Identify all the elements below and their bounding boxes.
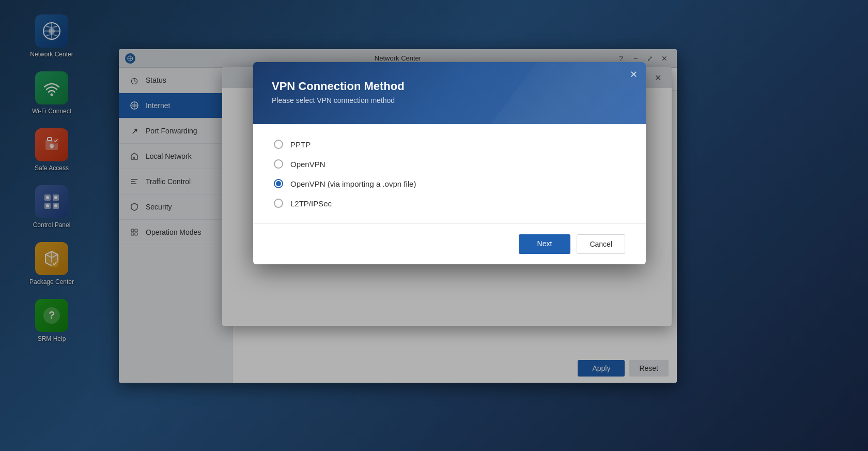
vpn-option-pptp[interactable]: PPTP [274, 140, 625, 149]
vpn-close-btn[interactable]: ✕ [627, 68, 640, 81]
vpn-cancel-btn[interactable]: Cancel [577, 234, 625, 254]
vpn-radio-group: PPTP OpenVPN OpenVPN (via importing a .o… [274, 140, 625, 208]
vpn-option-l2tp[interactable]: L2TP/IPSec [274, 199, 625, 208]
vpn-subtitle: Please select VPN connection method [272, 96, 627, 104]
vpn-label-openvpn-import: OpenVPN (via importing a .ovpn file) [290, 179, 416, 188]
vpn-title: VPN Connection Method [272, 80, 627, 93]
vpn-footer: Next Cancel [253, 223, 646, 264]
vpn-next-btn[interactable]: Next [519, 234, 571, 254]
vpn-label-openvpn: OpenVPN [290, 160, 326, 169]
vpn-body: PPTP OpenVPN OpenVPN (via importing a .o… [253, 124, 646, 223]
vpn-label-l2tp: L2TP/IPSec [290, 199, 332, 208]
vpn-option-openvpn-import[interactable]: OpenVPN (via importing a .ovpn file) [274, 179, 625, 188]
vpn-radio-l2tp[interactable] [274, 199, 283, 208]
vpn-option-openvpn[interactable]: OpenVPN [274, 159, 625, 169]
vpn-dialog: ✕ VPN Connection Method Please select VP… [253, 62, 646, 264]
vpn-label-pptp: PPTP [290, 140, 311, 149]
vpn-header: ✕ VPN Connection Method Please select VP… [253, 62, 646, 124]
vpn-radio-openvpn[interactable] [274, 159, 283, 169]
vpn-radio-openvpn-import[interactable] [274, 179, 283, 188]
vpn-radio-pptp[interactable] [274, 140, 283, 149]
